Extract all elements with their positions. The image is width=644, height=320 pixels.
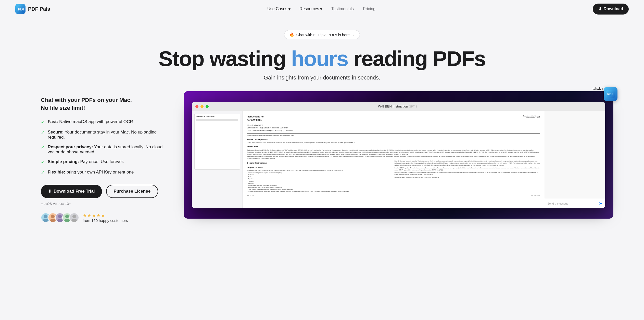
- pdf-thumbnail: Instructions for Form W-8BEN: [192, 111, 243, 172]
- download-icon: ⬇: [48, 189, 52, 194]
- pdf-general-section: General Instructions: [247, 162, 393, 164]
- pdf-purpose-body: Establishing status for chapter 3 purpos…: [247, 169, 393, 193]
- svg-point-8: [65, 215, 69, 218]
- app-window-container: PDF W-8 BEN Instruction GPT-3: [184, 91, 613, 219]
- pdf-intro: Section references are to the Internal R…: [247, 135, 540, 137]
- pdf-header: Instructions forForm W-8BEN Department o…: [247, 115, 540, 123]
- pdf-footer: Sep 28, 2021 Cat. No. 25104: [247, 195, 540, 196]
- check-icon: ✓: [41, 130, 45, 136]
- hero-title: Stop wasting hours reading PDFs: [10, 47, 634, 70]
- svg-point-3: [43, 219, 48, 222]
- download-free-trial-button[interactable]: ⬇ Download Free Trial: [41, 185, 102, 198]
- download-icon: ⬇: [598, 7, 602, 11]
- pdf-subtitle: (Rev. October 2021)Certificate of Foreig…: [247, 124, 540, 131]
- pdf-section-whatsnew: What's New: [247, 145, 540, 148]
- svg-point-4: [51, 215, 55, 218]
- svg-text:PDF: PDF: [607, 92, 613, 96]
- chat-area: Send a message ➤: [544, 111, 605, 208]
- svg-point-5: [50, 219, 55, 222]
- svg-point-11: [71, 219, 77, 222]
- pdf-future-body: For the latest information about develop…: [247, 142, 540, 144]
- nav-testimonials[interactable]: Testimonials: [331, 7, 354, 11]
- left-panel: Chat with your PDFs on your Mac. No file…: [41, 91, 163, 223]
- svg-point-6: [58, 215, 62, 218]
- send-button[interactable]: ➤: [599, 201, 602, 206]
- pdf-section-future: Future Developments: [247, 138, 540, 141]
- nav-download-button[interactable]: ⬇ Download: [593, 4, 629, 15]
- chat-input-bar[interactable]: Send a message ➤: [544, 199, 605, 208]
- svg-point-9: [64, 219, 70, 222]
- feature-pricing: ✓ Simple pricing: Pay once. Use forever.: [41, 159, 163, 165]
- close-button[interactable]: [195, 105, 198, 108]
- feature-privacy: ✓ Respect your privacy: Your data is sto…: [41, 144, 163, 155]
- os-requirement: macOS Ventura 13+: [41, 202, 163, 206]
- app-icon-corner: PDF: [604, 87, 617, 101]
- avatars: [41, 213, 79, 222]
- svg-text:PDF: PDF: [18, 7, 24, 11]
- chevron-down-icon: ▾: [288, 7, 291, 11]
- pdf-content: Instructions forForm W-8BEN Department o…: [243, 111, 544, 208]
- nav-use-cases[interactable]: Use Cases ▾: [267, 7, 290, 11]
- check-icon: ✓: [41, 145, 45, 150]
- main-content: Chat with your PDFs on your Mac. No file…: [0, 81, 644, 233]
- stars: ★★★★★: [83, 213, 128, 218]
- macos-window: W-8 BEN Instruction GPT-3 Instructions f…: [192, 102, 605, 208]
- minimize-button[interactable]: [200, 105, 204, 108]
- purchase-license-button[interactable]: Purchase License: [106, 185, 158, 198]
- check-icon: ✓: [41, 159, 45, 165]
- hero-title-end: reading PDFs: [348, 47, 486, 71]
- pdf-col-left: General Instructions Purpose of Form Est…: [247, 160, 393, 193]
- chat-messages: [544, 111, 605, 199]
- pdf-col-right: Line 16, claims of tax treaty benefits. …: [395, 160, 540, 193]
- avatar: [69, 213, 79, 222]
- social-proof: ★★★★★ from 160 happy customers: [41, 213, 163, 223]
- window-title: W-8 BEN Instruction GPT-3: [211, 104, 584, 108]
- chat-input[interactable]: Send a message: [547, 202, 599, 205]
- maximize-button[interactable]: [206, 105, 209, 108]
- logo-link[interactable]: PDF PDF Pals: [15, 4, 50, 14]
- check-icon: ✓: [41, 170, 45, 176]
- pdf-page: Instructions forForm W-8BEN Department o…: [247, 115, 540, 196]
- hero-subtitle: Gain insights from your documents in sec…: [10, 74, 634, 81]
- happy-customers-text: from 160 happy customers: [83, 218, 128, 223]
- pdf-logo: Department of the Treasury Internal Reve…: [523, 115, 540, 123]
- chevron-down-icon: ▾: [320, 7, 322, 11]
- fire-icon: 🔥: [289, 32, 294, 37]
- features-list: ✓ Fast: Native macOS app with powerful O…: [41, 119, 163, 176]
- left-panel-title: Chat with your PDFs on your Mac. No file…: [41, 96, 163, 112]
- badge-text: Chat with multiple PDFs is here →: [296, 33, 355, 37]
- cta-buttons: ⬇ Download Free Trial Purchase License: [41, 185, 163, 198]
- social-text-container: ★★★★★ from 160 happy customers: [83, 213, 128, 223]
- svg-point-2: [44, 215, 47, 218]
- logo-icon: PDF: [15, 4, 26, 14]
- nav-resources[interactable]: Resources ▾: [300, 7, 322, 11]
- svg-point-7: [57, 219, 62, 222]
- window-subtitle: GPT-3: [409, 105, 417, 108]
- nav-pricing[interactable]: Pricing: [363, 7, 375, 11]
- pdf-sidebar: Instructions for Form W-8BEN: [192, 111, 243, 208]
- navbar: PDF PDF Pals Use Cases ▾ Resources ▾ Tes…: [0, 0, 644, 18]
- hero-title-highlight: hours: [291, 47, 348, 71]
- check-icon: ✓: [41, 119, 45, 125]
- titlebar: W-8 BEN Instruction GPT-3: [192, 102, 605, 111]
- feature-flexible: ✓ Flexible: bring your own API Key or re…: [41, 170, 163, 176]
- feature-fast: ✓ Fast: Native macOS app with powerful O…: [41, 119, 163, 125]
- app-screenshot: PDF W-8 BEN Instruction GPT-3: [184, 91, 613, 219]
- nav-links: Use Cases ▾ Resources ▾ Testimonials Pri…: [267, 7, 375, 11]
- hero-badge[interactable]: 🔥 Chat with multiple PDFs is here →: [284, 30, 360, 39]
- logo-text: PDF Pals: [28, 6, 50, 12]
- hero-section: 🔥 Chat with multiple PDFs is here → Stop…: [0, 18, 644, 81]
- hero-title-start: Stop wasting: [158, 47, 291, 71]
- feature-secure: ✓ Secure: Your documents stay in your Ma…: [41, 130, 163, 140]
- pdf-whatsnew-body: Guidance under section 1446S. The Tax Cu…: [247, 149, 540, 159]
- pdf-main-title: Instructions forForm W-8BEN: [247, 115, 264, 122]
- svg-point-10: [72, 215, 76, 218]
- window-body: Instructions for Form W-8BEN: [192, 111, 605, 208]
- pdf-purpose-section: Purpose of Form: [247, 166, 393, 169]
